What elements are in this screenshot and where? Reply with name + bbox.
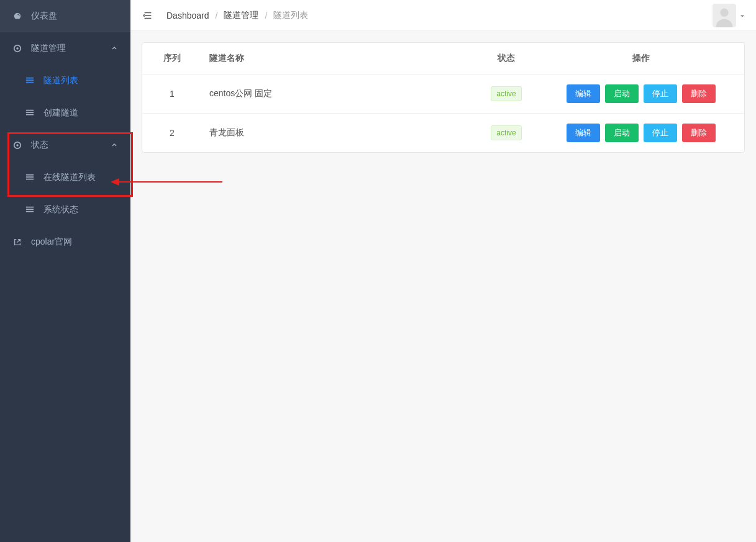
cell-actions: 编辑 启动 停止 删除 bbox=[537, 75, 744, 114]
sidebar-item-cpolar-website[interactable]: cpolar官网 bbox=[0, 226, 130, 258]
sidebar-item-label: 隧道管理 bbox=[31, 43, 111, 54]
status-badge: active bbox=[491, 125, 521, 140]
svg-rect-2 bbox=[26, 82, 34, 83]
svg-rect-7 bbox=[26, 176, 34, 178]
svg-rect-9 bbox=[26, 207, 34, 208]
svg-rect-4 bbox=[26, 112, 34, 113]
circle-target-icon bbox=[12, 140, 22, 150]
sidebar-item-dashboard[interactable]: 仪表盘 bbox=[0, 0, 130, 32]
sidebar-item-status[interactable]: 状态 bbox=[0, 129, 130, 161]
delete-button[interactable]: 删除 bbox=[682, 124, 716, 142]
sidebar-item-label: cpolar官网 bbox=[31, 237, 118, 248]
avatar bbox=[713, 4, 736, 27]
cell-name: centos公网 固定 bbox=[202, 75, 475, 114]
svg-rect-1 bbox=[26, 79, 34, 81]
svg-rect-3 bbox=[26, 110, 34, 111]
sidebar-item-online-tunnel-list[interactable]: 在线隧道列表 bbox=[0, 161, 130, 194]
main-area: Dashboard / 隧道管理 / 隧道列表 序列 隧道名称 状态 bbox=[130, 0, 756, 542]
table-row: 1 centos公网 固定 active 编辑 启动 停止 删除 bbox=[142, 75, 744, 114]
sidebar-item-label: 仪表盘 bbox=[31, 11, 118, 22]
svg-rect-8 bbox=[26, 179, 34, 180]
delete-button[interactable]: 删除 bbox=[682, 84, 716, 103]
sidebar-item-label: 创建隧道 bbox=[43, 107, 118, 119]
svg-rect-6 bbox=[26, 174, 34, 176]
table-row: 2 青龙面板 active 编辑 启动 停止 删除 bbox=[142, 114, 744, 153]
cell-name: 青龙面板 bbox=[202, 114, 475, 153]
edit-button[interactable]: 编辑 bbox=[567, 84, 600, 103]
breadcrumb-item[interactable]: 隧道管理 bbox=[224, 10, 258, 21]
svg-point-12 bbox=[720, 8, 728, 16]
table-icon bbox=[25, 76, 35, 86]
topbar: Dashboard / 隧道管理 / 隧道列表 bbox=[130, 0, 756, 31]
stop-button[interactable]: 停止 bbox=[644, 124, 677, 142]
sidebar-item-label: 状态 bbox=[31, 140, 111, 151]
breadcrumb-item[interactable]: Dashboard bbox=[166, 11, 209, 20]
breadcrumb-separator: / bbox=[265, 11, 267, 20]
cell-status: active bbox=[475, 75, 537, 114]
table-icon bbox=[25, 173, 35, 183]
cell-seq: 2 bbox=[142, 114, 202, 153]
svg-rect-0 bbox=[26, 78, 34, 79]
tunnel-table-panel: 序列 隧道名称 状态 操作 1 centos公网 固定 active bbox=[142, 42, 745, 153]
sidebar-item-label: 在线隧道列表 bbox=[43, 172, 118, 183]
chevron-up-icon bbox=[111, 142, 118, 149]
external-link-icon bbox=[12, 237, 22, 247]
user-menu[interactable] bbox=[713, 4, 745, 27]
status-badge: active bbox=[491, 86, 521, 101]
circle-target-icon bbox=[12, 43, 22, 53]
col-header-actions: 操作 bbox=[537, 43, 744, 75]
sidebar-item-system-status[interactable]: 系统状态 bbox=[0, 194, 130, 226]
svg-rect-5 bbox=[26, 114, 34, 115]
sidebar-item-tunnel-list[interactable]: 隧道列表 bbox=[0, 65, 130, 97]
sidebar-item-label: 隧道列表 bbox=[43, 75, 118, 86]
sidebar-item-label: 系统状态 bbox=[43, 204, 118, 215]
table-icon bbox=[25, 205, 35, 215]
svg-rect-10 bbox=[26, 209, 34, 210]
table-icon bbox=[25, 108, 35, 118]
tunnel-table: 序列 隧道名称 状态 操作 1 centos公网 固定 active bbox=[142, 43, 744, 152]
svg-rect-11 bbox=[26, 211, 34, 212]
cell-actions: 编辑 启动 停止 删除 bbox=[537, 114, 744, 153]
chevron-up-icon bbox=[111, 45, 118, 52]
sidebar-item-create-tunnel[interactable]: 创建隧道 bbox=[0, 97, 130, 129]
cell-status: active bbox=[475, 114, 537, 153]
col-header-name: 隧道名称 bbox=[202, 43, 475, 75]
breadcrumb-item-current: 隧道列表 bbox=[273, 10, 308, 21]
dashboard-icon bbox=[12, 11, 22, 21]
stop-button[interactable]: 停止 bbox=[644, 84, 677, 103]
start-button[interactable]: 启动 bbox=[605, 84, 639, 103]
edit-button[interactable]: 编辑 bbox=[567, 124, 600, 142]
col-header-status: 状态 bbox=[475, 43, 537, 75]
breadcrumb: Dashboard / 隧道管理 / 隧道列表 bbox=[166, 10, 308, 21]
content: 序列 隧道名称 状态 操作 1 centos公网 固定 active bbox=[130, 31, 756, 542]
start-button[interactable]: 启动 bbox=[605, 124, 639, 142]
sidebar: 仪表盘 隧道管理 隧道列表 创建隧道 状态 在线隧道 bbox=[0, 0, 130, 542]
sidebar-item-tunnel-manage[interactable]: 隧道管理 bbox=[0, 32, 130, 65]
breadcrumb-separator: / bbox=[216, 11, 218, 20]
cell-seq: 1 bbox=[142, 75, 202, 114]
col-header-seq: 序列 bbox=[142, 43, 202, 75]
menu-toggle-icon[interactable] bbox=[142, 9, 154, 22]
caret-down-icon bbox=[740, 11, 745, 20]
